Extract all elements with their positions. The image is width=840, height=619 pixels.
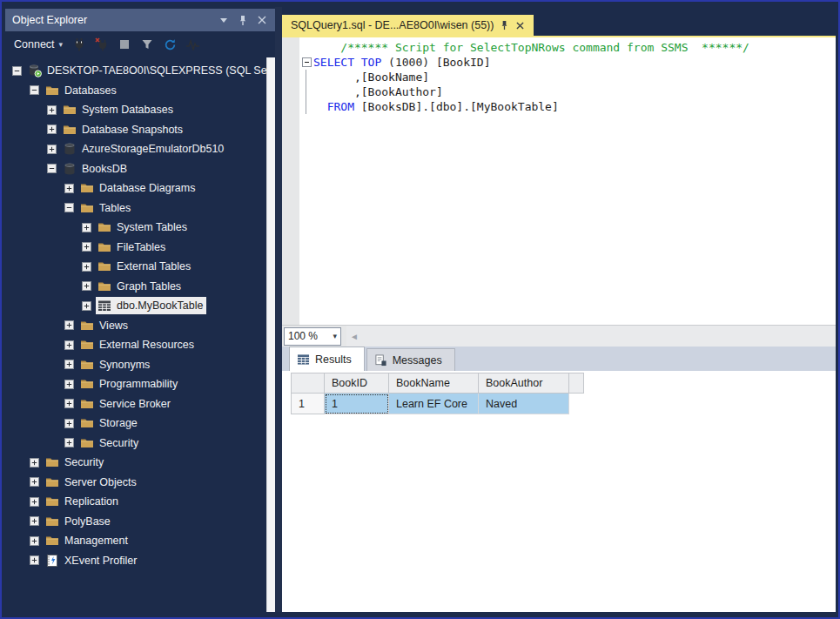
connect-button[interactable]: Connect ▾ [10,37,66,52]
disconnect-icon[interactable] [92,35,111,54]
sql-code-area[interactable]: /****** Script for SelectTopNRows comman… [299,37,836,325]
expand-icon[interactable] [30,497,39,507]
tree-item-label: Synonyms [99,359,150,371]
expand-icon[interactable] [82,281,91,291]
tree-item-body: DESKTOP-TAE8O0I\SQLEXPRESS (SQL Se [26,62,266,79]
tree-item-label: FileTables [117,241,165,253]
code-token: [BooksDB].[dbo].[MyBookTable] [354,99,559,114]
tree-item-booksdb[interactable]: BooksDB [5,159,266,179]
expand-icon[interactable] [64,320,74,330]
tree-item-security[interactable]: Security [5,453,266,473]
object-explorer-panel: Object Explorer Connect ▾ DESKTOP-TAE8O0… [5,7,275,612]
expand-icon[interactable] [47,145,57,154]
code-token: ,[BookAuthor] [313,84,443,99]
collapse-icon[interactable] [30,85,39,95]
tab-messages[interactable]: Messages [366,348,455,371]
zoom-level-combo[interactable]: 100 % ▾ [284,327,341,346]
expand-icon[interactable] [30,555,39,565]
scroll-left-arrow-icon[interactable]: ◄ [346,332,359,341]
tree-item-external-resources[interactable]: External Resources [5,335,266,355]
tree-item-filetables[interactable]: FileTables [5,238,266,258]
sql-code-editor[interactable]: /****** Script for SelectTopNRows comman… [282,37,836,325]
tree-item-databases[interactable]: Databases [5,81,266,101]
tree-item-body: Graph Tables [96,278,185,295]
expand-icon[interactable] [64,438,74,447]
tree-item-body: PolyBase [44,513,114,530]
tab-results[interactable]: Results [289,347,365,371]
tree-item-label: System Tables [117,221,187,233]
expand-icon[interactable] [82,262,91,272]
editor-pane: SQLQuery1.sql - DE...AE8O0I\wisen (55)) … [282,7,836,612]
expand-icon[interactable] [47,105,57,115]
refresh-icon[interactable] [160,35,179,54]
tree-item-database-snapshots[interactable]: Database Snapshots [5,120,266,140]
stop-icon[interactable] [115,35,134,54]
tree-item-system-databases[interactable]: System Databases [5,100,266,120]
tree-item-service-broker[interactable]: Service Broker [5,394,266,414]
tree-item-server-objects[interactable]: Server Objects [5,473,266,493]
tree-item-desktop-tae8o0i-sqlexpress-sql-se[interactable]: DESKTOP-TAE8O0I\SQLEXPRESS (SQL Se [5,61,266,81]
object-explorer-titlebar[interactable]: Object Explorer [5,9,275,31]
tree-item-security[interactable]: Security [5,434,266,454]
expand-icon[interactable] [64,419,74,428]
tree-item-synonyms[interactable]: Synonyms [5,355,266,375]
tree-item-body: Databases [44,82,120,99]
tree-item-system-tables[interactable]: System Tables [5,218,266,238]
close-panel-icon[interactable] [254,13,270,27]
tree-item-body: Programmability [78,375,181,393]
editor-horizontal-scrollbar[interactable]: ◄ [346,326,836,347]
column-header-bookid[interactable]: BookID [325,373,389,394]
expand-icon[interactable] [30,458,39,468]
tree-item-body: System Databases [61,101,177,118]
tree-vertical-scrollbar[interactable] [266,57,275,612]
expand-icon[interactable] [82,223,91,232]
tree-item-replication[interactable]: Replication [5,492,266,512]
query-document-tab[interactable]: SQLQuery1.sql - DE...AE8O0I\wisen (55)) [282,15,534,36]
expand-icon[interactable] [30,516,39,526]
expand-icon[interactable] [64,184,74,193]
auto-hide-pin-icon[interactable] [235,13,251,27]
expand-icon[interactable] [64,360,74,369]
tree-item-database-diagrams[interactable]: Database Diagrams [5,178,266,198]
tree-item-tables[interactable]: Tables [5,198,266,219]
expand-icon[interactable] [47,124,57,134]
connect-object-icon[interactable] [70,35,89,54]
tree-item-programmability[interactable]: Programmability [5,374,266,394]
grid-corner-cell[interactable] [292,373,325,394]
activity-monitor-icon[interactable] [183,35,202,54]
expand-icon[interactable] [82,242,91,252]
window-position-menu-icon[interactable] [216,13,232,27]
panel-splitter[interactable] [275,7,282,612]
collapse-icon[interactable] [47,164,57,173]
results-tab-strip: Results Messages [282,347,836,371]
tab-close-icon[interactable] [516,22,527,30]
expand-icon[interactable] [64,340,74,350]
column-header-bookname[interactable]: BookName [389,373,479,394]
grid-cell[interactable]: Learn EF Core [389,394,479,414]
zoom-level-value: 100 % [288,330,318,342]
expand-icon[interactable] [30,536,39,546]
tree-item-azurestorageemulatordb510[interactable]: AzureStorageEmulatorDb510 [5,139,266,159]
tree-item-dbo-mybooktable[interactable]: dbo.MyBookTable [5,296,266,316]
expand-icon[interactable] [30,477,39,487]
filter-icon[interactable] [138,35,157,54]
tree-item-external-tables[interactable]: External Tables [5,257,266,277]
tree-item-label: Views [99,320,128,332]
grid-cell[interactable]: Naved [479,394,569,414]
tree-item-management[interactable]: Management [5,531,266,551]
tree-item-xevent-profiler[interactable]: XEvent Profiler [5,551,266,571]
column-header-bookauthor[interactable]: BookAuthor [479,373,569,394]
tree-item-graph-tables[interactable]: Graph Tables [5,277,266,297]
expand-icon[interactable] [64,380,74,389]
tab-pin-icon[interactable] [500,20,510,30]
tree-item-views[interactable]: Views [5,316,266,336]
collapse-icon[interactable] [64,203,74,212]
tree-item-polybase[interactable]: PolyBase [5,512,266,532]
grid-cell[interactable]: 1 [325,394,389,414]
row-header-cell[interactable]: 1 [292,394,325,414]
fold-collapse-icon[interactable] [299,55,313,70]
tree-item-storage[interactable]: Storage [5,414,266,434]
expand-icon[interactable] [82,301,91,311]
collapse-icon[interactable] [12,66,22,76]
expand-icon[interactable] [64,399,74,408]
